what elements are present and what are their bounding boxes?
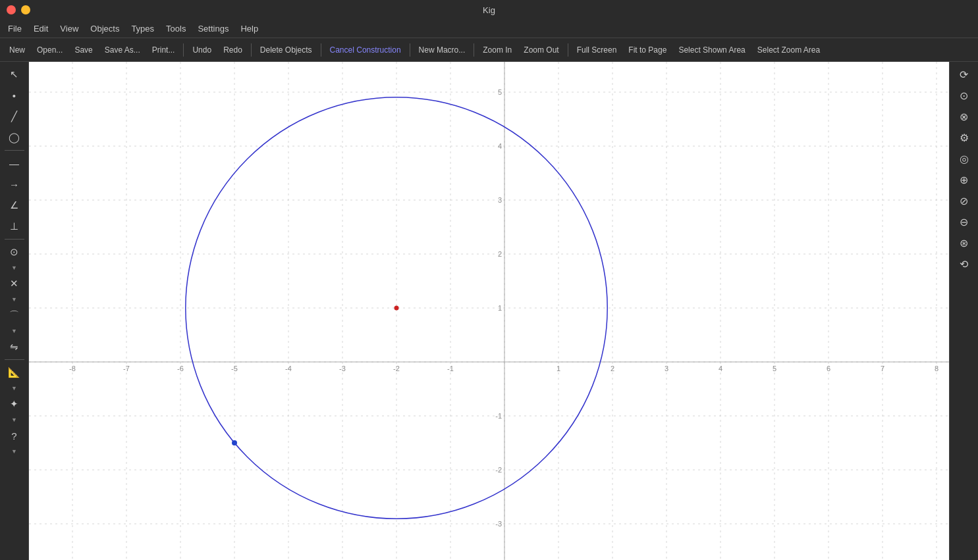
toolbar-btn-new[interactable]: New <box>4 44 30 56</box>
menu-item-file[interactable]: File <box>3 22 27 35</box>
conic-icon[interactable]: ⌒ <box>3 305 26 325</box>
rt-icon-9[interactable]: ⊛ <box>952 233 976 253</box>
main-area: ↖•╱◯—→∠⊥⊙▼✕▼⌒▼⇋📐▼✦▼?▼ ⟳⊙⊗⚙◎⊕⊘⊖⊛⟲ <box>0 62 978 560</box>
rt-icon-5[interactable]: ◎ <box>952 149 976 168</box>
dropdown1[interactable]: ▼ <box>3 263 26 272</box>
rt-icon-2[interactable]: ⊙ <box>952 86 976 105</box>
ray-icon[interactable]: → <box>3 174 26 194</box>
menu-item-edit[interactable]: Edit <box>28 22 53 35</box>
pointer-icon[interactable]: ↖ <box>3 64 26 84</box>
perpendicular-icon[interactable]: ⊥ <box>3 216 26 236</box>
toolbar-separator <box>410 43 410 57</box>
dropdown5[interactable]: ▼ <box>3 415 26 424</box>
toolbar-btn-fit-to-page[interactable]: Fit to Page <box>623 44 672 56</box>
rt-icon-8[interactable]: ⊖ <box>952 212 976 232</box>
transform-icon[interactable]: ⇋ <box>3 337 26 357</box>
toolbar-separator <box>183 43 184 57</box>
close-button[interactable] <box>7 5 16 14</box>
menu-item-objects[interactable]: Objects <box>85 22 124 35</box>
right-toolbar: ⟳⊙⊗⚙◎⊕⊘⊖⊛⟲ <box>949 62 978 560</box>
left-toolbar: ↖•╱◯—→∠⊥⊙▼✕▼⌒▼⇋📐▼✦▼?▼ <box>0 62 29 560</box>
toolbar-btn-select-zoom-area[interactable]: Select Zoom Area <box>752 44 825 56</box>
toolbar-btn-print[interactable]: Print... <box>147 44 180 56</box>
toolbar-btn-open[interactable]: Open... <box>32 44 68 56</box>
rt-icon-6[interactable]: ⊕ <box>952 170 976 190</box>
point-icon[interactable]: • <box>3 86 26 105</box>
intersection-icon[interactable]: ✕ <box>3 274 26 293</box>
toolbar-btn-zoom-out[interactable]: Zoom Out <box>518 44 564 56</box>
segment-icon[interactable]: — <box>3 153 26 173</box>
toolbar-separator <box>474 43 474 57</box>
menu-item-tools[interactable]: Tools <box>161 22 191 35</box>
toolbar-separator <box>321 43 321 57</box>
rt-icon-3[interactable]: ⊗ <box>952 107 976 126</box>
toolbar-btn-select-shown-area[interactable]: Select Shown Area <box>673 44 750 56</box>
test-icon[interactable]: ? <box>3 426 26 445</box>
rt-icon-10[interactable]: ⟲ <box>952 254 976 274</box>
dropdown4[interactable]: ▼ <box>3 384 26 393</box>
toolbar-separator <box>568 43 568 57</box>
circle-points-icon[interactable]: ◯ <box>3 128 26 147</box>
window-controls <box>7 5 30 14</box>
sep3 <box>5 359 24 360</box>
titlebar: Kig <box>0 0 978 20</box>
minimize-button[interactable] <box>21 5 30 14</box>
sep2 <box>5 239 24 240</box>
measure-icon[interactable]: 📐 <box>3 363 26 382</box>
toolbar: NewOpen...SaveSave As...Print...UndoRedo… <box>0 38 978 62</box>
angle-icon[interactable]: ∠ <box>3 195 26 215</box>
menu-item-settings[interactable]: Settings <box>192 22 234 35</box>
toolbar-btn-undo[interactable]: Undo <box>187 44 217 56</box>
toolbar-btn-cancel-construction[interactable]: Cancel Construction <box>325 44 406 56</box>
rt-icon-7[interactable]: ⊘ <box>952 191 976 211</box>
toolbar-btn-delete-objects[interactable]: Delete Objects <box>255 44 317 56</box>
toolbar-btn-new-macro[interactable]: New Macro... <box>414 44 471 56</box>
dropdown3[interactable]: ▼ <box>3 326 26 336</box>
menubar: FileEditViewObjectsTypesToolsSettingsHel… <box>0 20 978 38</box>
dropdown6[interactable]: ▼ <box>3 447 26 456</box>
toolbar-btn-save[interactable]: Save <box>69 44 97 56</box>
toolbar-btn-zoom-in[interactable]: Zoom In <box>477 44 517 56</box>
midpoint-icon[interactable]: ⊙ <box>3 242 26 262</box>
menu-item-view[interactable]: View <box>55 22 84 35</box>
menu-item-help[interactable]: Help <box>235 22 263 35</box>
drawing-canvas <box>29 62 949 560</box>
line-icon[interactable]: ╱ <box>3 107 26 126</box>
toolbar-btn-redo[interactable]: Redo <box>218 44 248 56</box>
rt-icon-4[interactable]: ⚙ <box>952 128 976 147</box>
script-icon[interactable]: ✦ <box>3 394 26 414</box>
sep <box>5 150 24 151</box>
toolbar-separator <box>251 43 252 57</box>
toolbar-btn-full-screen[interactable]: Full Screen <box>572 44 622 56</box>
menu-item-types[interactable]: Types <box>126 22 159 35</box>
app-title: Kig <box>483 5 495 15</box>
dropdown2[interactable]: ▼ <box>3 295 26 304</box>
canvas-area[interactable] <box>29 62 949 560</box>
toolbar-btn-save-as[interactable]: Save As... <box>99 44 146 56</box>
rt-icon-1[interactable]: ⟳ <box>952 64 976 84</box>
